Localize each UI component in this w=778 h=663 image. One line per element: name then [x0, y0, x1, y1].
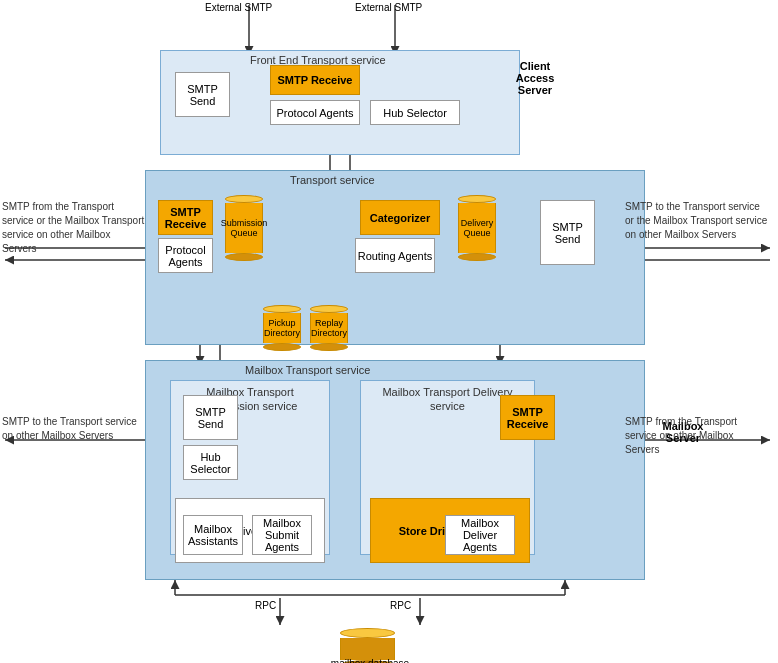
replay-dir-body: Replay Directory	[310, 313, 348, 343]
replay-dir-top	[310, 305, 348, 313]
routing-agents-label: Routing Agents	[358, 250, 433, 262]
external-smtp-2-label: External SMTP	[355, 2, 422, 13]
delivery-queue-top	[458, 195, 496, 203]
smtp-from-right-label: SMTP from the Transport service on other…	[625, 415, 770, 457]
ts-smtp-receive-label: SMTP Receive	[159, 206, 212, 230]
pickup-directory: Pickup Directory	[263, 305, 301, 351]
categorizer-box: Categorizer	[360, 200, 440, 235]
mb-smtp-send-label: SMTP Send	[184, 406, 237, 430]
mb-smtp-send-box: SMTP Send	[183, 395, 238, 440]
smtp-to-right-label: SMTP to the Transport service or the Mai…	[625, 200, 770, 242]
fe-smtp-send-label: SMTP Send	[176, 83, 229, 107]
fe-hub-selector-box: Hub Selector	[370, 100, 460, 125]
db-top	[340, 628, 395, 638]
categorizer-label: Categorizer	[370, 212, 431, 224]
submission-queue-label: Submission Queue	[221, 218, 268, 238]
mailbox-deliver-agents-label: Mailbox Deliver Agents	[446, 517, 514, 553]
mb-smtp-receive-label: SMTP Receive	[501, 406, 554, 430]
delivery-queue-body: Delivery Queue	[458, 203, 496, 253]
mailbox-submit-agents-label: Mailbox Submit Agents	[253, 517, 311, 553]
submission-queue-top	[225, 195, 263, 203]
fe-smtp-receive-box: SMTP Receive	[270, 65, 360, 95]
pickup-dir-body: Pickup Directory	[263, 313, 301, 343]
delivery-queue-label: Delivery Queue	[461, 218, 494, 238]
smtp-to-left-label: SMTP to the Transport service on other M…	[2, 415, 147, 443]
fe-hub-selector-label: Hub Selector	[383, 107, 447, 119]
delivery-queue-bottom	[458, 253, 496, 261]
mailbox-database-label: mailbox database	[315, 658, 425, 663]
mailbox-transport-label: Mailbox Transport service	[245, 364, 370, 376]
pickup-directory-label: Pickup Directory	[264, 318, 300, 338]
replay-directory-label: Replay Directory	[311, 318, 347, 338]
fe-smtp-send-box: SMTP Send	[175, 72, 230, 117]
mailbox-assistants-label: Mailbox Assistants	[184, 523, 242, 547]
external-smtp-1-label: External SMTP	[205, 2, 272, 13]
rpc-right-label: RPC	[390, 600, 411, 611]
fe-protocol-agents-label: Protocol Agents	[276, 107, 353, 119]
routing-agents-box: Routing Agents	[355, 238, 435, 273]
ts-smtp-send-box: SMTP Send	[540, 200, 595, 265]
replay-directory: Replay Directory	[310, 305, 348, 351]
rpc-left-label: RPC	[255, 600, 276, 611]
delivery-queue: Delivery Queue	[458, 195, 496, 261]
submission-queue-body: Submission Queue	[225, 203, 263, 253]
mailbox-assistants-box: Mailbox Assistants	[183, 515, 243, 555]
ts-smtp-send-label: SMTP Send	[541, 221, 594, 245]
db-body	[340, 638, 395, 660]
smtp-from-left-label: SMTP from the Transport service or the M…	[2, 200, 147, 256]
mb-hub-selector-label: Hub Selector	[184, 451, 237, 475]
mailbox-delivery-service-label: Mailbox Transport Delivery service	[375, 385, 520, 414]
ts-protocol-agents-box: Protocol Agents	[158, 238, 213, 273]
transport-label: Transport service	[290, 174, 375, 186]
diagram: External SMTP External SMTP Front End Tr…	[0, 0, 778, 663]
ts-smtp-receive-box: SMTP Receive	[158, 200, 213, 235]
fe-protocol-agents-box: Protocol Agents	[270, 100, 360, 125]
submission-queue: Submission Queue	[225, 195, 263, 261]
mailbox-submit-agents-box: Mailbox Submit Agents	[252, 515, 312, 555]
submission-queue-bottom	[225, 253, 263, 261]
pickup-dir-top	[263, 305, 301, 313]
fe-smtp-receive-label: SMTP Receive	[277, 74, 352, 86]
mb-hub-selector-box: Hub Selector	[183, 445, 238, 480]
replay-dir-bottom	[310, 343, 348, 351]
client-access-server-badge: Client Access Server	[505, 60, 565, 96]
pickup-dir-bottom	[263, 343, 301, 351]
mailbox-deliver-agents-box: Mailbox Deliver Agents	[445, 515, 515, 555]
mb-smtp-receive-box: SMTP Receive	[500, 395, 555, 440]
ts-protocol-agents-label: Protocol Agents	[159, 244, 212, 268]
